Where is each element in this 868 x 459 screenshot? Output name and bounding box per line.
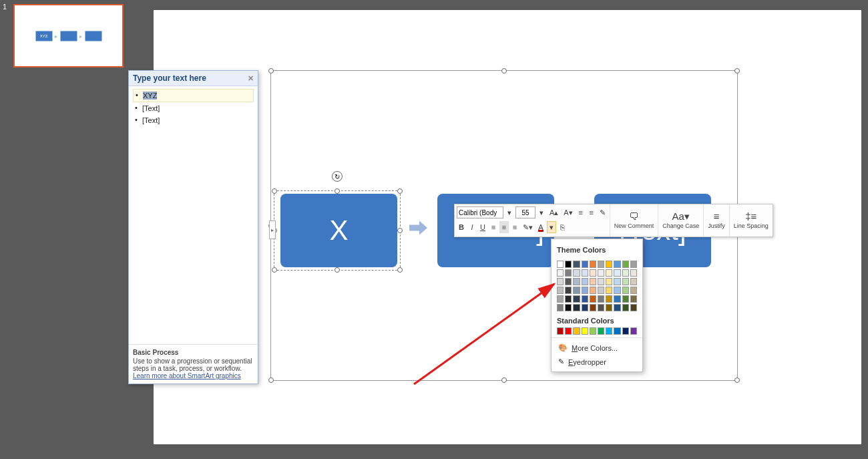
highlight-icon[interactable]: ✎▾ bbox=[521, 221, 535, 233]
color-swatch[interactable] bbox=[557, 261, 564, 268]
italic-button[interactable]: I bbox=[467, 221, 477, 233]
color-swatch[interactable] bbox=[565, 261, 572, 268]
text-pane-expand-tab[interactable]: ▸ bbox=[269, 220, 276, 239]
color-swatch[interactable] bbox=[582, 327, 588, 335]
font-select[interactable] bbox=[457, 206, 503, 218]
color-swatch[interactable] bbox=[573, 304, 580, 311]
color-swatch[interactable] bbox=[565, 304, 572, 311]
resize-handle[interactable] bbox=[501, 377, 507, 383]
font-color-button[interactable]: A bbox=[536, 221, 546, 233]
clear-format-icon[interactable]: ✎ bbox=[598, 206, 608, 218]
color-swatch[interactable] bbox=[582, 295, 588, 303]
resize-handle[interactable] bbox=[501, 68, 507, 73]
color-swatch[interactable] bbox=[614, 287, 620, 294]
color-swatch[interactable] bbox=[573, 261, 580, 268]
color-swatch[interactable] bbox=[606, 261, 612, 268]
color-swatch[interactable] bbox=[565, 327, 572, 335]
color-swatch[interactable] bbox=[606, 269, 612, 277]
color-swatch[interactable] bbox=[606, 287, 612, 294]
color-swatch[interactable] bbox=[590, 287, 596, 294]
color-swatch[interactable] bbox=[598, 287, 604, 294]
color-swatch[interactable] bbox=[630, 269, 637, 277]
color-swatch[interactable] bbox=[565, 295, 572, 303]
align-center-icon[interactable]: ≡ bbox=[499, 221, 509, 233]
color-swatch[interactable] bbox=[573, 327, 580, 335]
close-icon[interactable]: ✕ bbox=[248, 74, 254, 83]
underline-button[interactable]: U bbox=[478, 221, 487, 233]
resize-handle[interactable] bbox=[268, 68, 274, 73]
color-swatch[interactable] bbox=[590, 304, 596, 311]
color-swatch[interactable] bbox=[614, 327, 620, 335]
color-swatch[interactable] bbox=[622, 295, 629, 303]
color-swatch[interactable] bbox=[614, 304, 620, 311]
learn-more-link[interactable]: Learn more about SmartArt graphics bbox=[133, 372, 254, 379]
color-swatch[interactable] bbox=[614, 295, 620, 303]
resize-handle[interactable] bbox=[272, 267, 277, 273]
color-swatch[interactable] bbox=[565, 269, 572, 277]
color-swatch[interactable] bbox=[614, 269, 620, 277]
color-swatch[interactable] bbox=[582, 269, 588, 277]
color-swatch[interactable] bbox=[590, 261, 596, 268]
color-swatch[interactable] bbox=[622, 304, 629, 311]
color-swatch[interactable] bbox=[606, 304, 612, 311]
color-swatch[interactable] bbox=[573, 287, 580, 294]
color-swatch[interactable] bbox=[565, 278, 572, 285]
text-pane-body[interactable]: XYZ [Text] [Text] bbox=[129, 86, 258, 129]
color-swatch[interactable] bbox=[630, 287, 637, 294]
rotate-handle-icon[interactable]: ↻ bbox=[332, 171, 343, 182]
color-swatch[interactable] bbox=[606, 295, 612, 303]
color-swatch[interactable] bbox=[622, 287, 629, 294]
color-swatch[interactable] bbox=[582, 287, 588, 294]
color-swatch[interactable] bbox=[598, 295, 604, 303]
color-swatch[interactable] bbox=[557, 295, 564, 303]
resize-handle[interactable] bbox=[335, 267, 340, 273]
resize-handle[interactable] bbox=[734, 377, 740, 383]
color-swatch[interactable] bbox=[573, 269, 580, 277]
color-swatch[interactable] bbox=[598, 327, 604, 335]
text-item[interactable]: [Text] bbox=[133, 102, 254, 114]
color-swatch[interactable] bbox=[622, 269, 629, 277]
color-swatch[interactable] bbox=[582, 261, 588, 268]
color-swatch[interactable] bbox=[622, 261, 629, 268]
color-swatch[interactable] bbox=[622, 327, 629, 335]
resize-handle[interactable] bbox=[397, 267, 403, 273]
color-swatch[interactable] bbox=[630, 327, 637, 335]
resize-handle[interactable] bbox=[268, 377, 274, 383]
color-swatch[interactable] bbox=[614, 261, 620, 268]
color-swatch[interactable] bbox=[582, 278, 588, 285]
color-swatch[interactable] bbox=[590, 295, 596, 303]
decrease-indent-icon[interactable]: ≡ bbox=[576, 206, 586, 218]
color-swatch[interactable] bbox=[606, 327, 612, 335]
color-swatch[interactable] bbox=[622, 278, 629, 285]
color-swatch[interactable] bbox=[590, 278, 596, 285]
color-swatch[interactable] bbox=[630, 304, 637, 311]
insert-link-icon[interactable]: ⎘ bbox=[558, 221, 567, 233]
color-swatch[interactable] bbox=[565, 287, 572, 294]
color-swatch[interactable] bbox=[614, 278, 620, 285]
eyedropper-item[interactable]: ✎ Eyedropper bbox=[557, 355, 637, 369]
align-left-icon[interactable]: ≡ bbox=[489, 221, 498, 233]
color-swatch[interactable] bbox=[598, 269, 604, 277]
line-spacing-button[interactable]: ‡≡ Line Spacing bbox=[730, 204, 773, 237]
resize-handle[interactable] bbox=[397, 188, 403, 194]
color-swatch[interactable] bbox=[598, 278, 604, 285]
color-swatch[interactable] bbox=[590, 327, 596, 335]
justify-button[interactable]: ≡ Justify bbox=[704, 204, 730, 237]
color-swatch[interactable] bbox=[557, 287, 564, 294]
more-colors-item[interactable]: 🎨 More Colors... bbox=[557, 341, 637, 355]
decrease-font-icon[interactable]: A▾ bbox=[562, 206, 574, 218]
resize-handle[interactable] bbox=[335, 188, 340, 194]
color-swatch[interactable] bbox=[557, 304, 564, 311]
color-swatch[interactable] bbox=[582, 304, 588, 311]
font-dropdown-icon[interactable]: ▾ bbox=[505, 206, 514, 218]
size-dropdown-icon[interactable]: ▾ bbox=[537, 206, 546, 218]
align-right-icon[interactable]: ≡ bbox=[510, 221, 519, 233]
color-swatch[interactable] bbox=[573, 278, 580, 285]
color-swatch[interactable] bbox=[630, 295, 637, 303]
resize-handle[interactable] bbox=[272, 188, 277, 194]
shape-selection[interactable]: ↻ bbox=[274, 190, 401, 271]
color-swatch[interactable] bbox=[573, 295, 580, 303]
font-color-dropdown-icon[interactable]: ▾ bbox=[547, 221, 556, 233]
text-item[interactable]: XYZ bbox=[133, 89, 254, 102]
resize-handle[interactable] bbox=[397, 228, 403, 233]
